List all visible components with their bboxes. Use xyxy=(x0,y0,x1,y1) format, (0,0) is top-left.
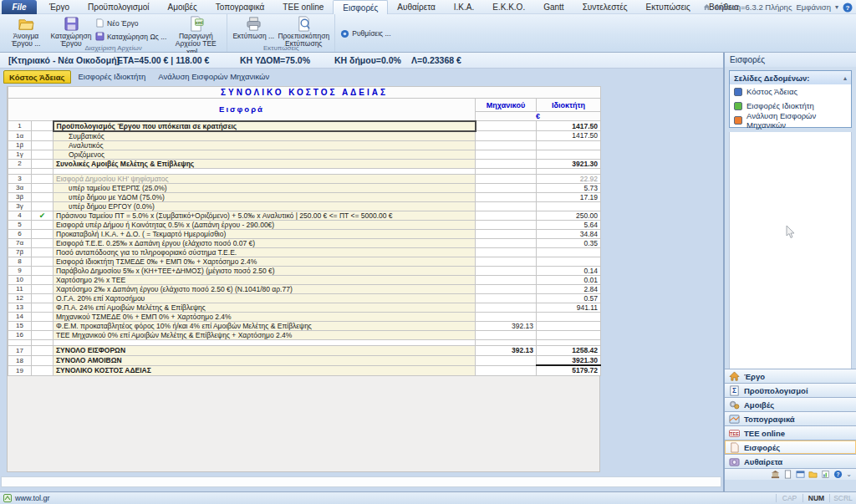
cell-owner[interactable]: 0.35 xyxy=(537,238,601,247)
page-item-kostos-adeias[interactable]: Κόστος Άδειας xyxy=(730,84,851,99)
cell-lbl[interactable]: ΣΥΝΟΛΟ ΑΜΟΙΒΩΝ xyxy=(54,355,476,365)
cell-mech[interactable] xyxy=(476,229,537,238)
chevron-down-icon[interactable]: ▾ xyxy=(835,3,838,11)
cell-lbl[interactable]: Οριζόμενος xyxy=(54,150,476,159)
ribbon-tab-topografika[interactable]: Τοπογραφικά xyxy=(206,0,274,14)
cell-mech[interactable] xyxy=(476,220,537,229)
cell-owner[interactable]: 0.57 xyxy=(537,293,601,303)
cell-lbl[interactable]: Χαρτόσημο 2‰ x Δαπάνη έργου (ελάχιστο πο… xyxy=(54,284,476,293)
page-item-analysi-eisforon[interactable]: Ανάλυση Εισφορών Μηχανικών xyxy=(730,113,851,127)
cell-mech[interactable] xyxy=(476,168,537,174)
cell-mech[interactable]: 392.13 xyxy=(476,321,537,330)
cell-owner[interactable] xyxy=(537,201,601,211)
cell-mech[interactable] xyxy=(476,293,537,303)
cell-owner[interactable]: 2.84 xyxy=(537,284,601,293)
cell-lbl[interactable]: Αναλυτικός xyxy=(54,140,476,150)
cell-lbl[interactable]: Συνολικές Αμοιβές Μελέτης & Επίβλεψης xyxy=(54,159,476,168)
cell-lbl[interactable]: Χαρτόσημο 2% x ΤΕΕ xyxy=(54,275,476,284)
cell-lbl[interactable]: Φ.Ε.Μ. προκαταβλητέος φόρος 10% ή/και 4%… xyxy=(54,321,476,330)
cell-lbl[interactable]: ΣΥΝΟΛΙΚΟ ΚΟΣΤΟΣ ΑΔΕΙΑΣ xyxy=(54,365,476,375)
cell-mech[interactable] xyxy=(476,121,537,131)
chart-icon[interactable] xyxy=(821,470,830,479)
cell-mech[interactable] xyxy=(476,140,537,150)
help-globe-icon[interactable]: ? xyxy=(833,470,843,479)
cell-owner[interactable]: 17.19 xyxy=(537,192,601,201)
save-project-button[interactable]: Καταχώρηση Έργου xyxy=(50,16,92,48)
display-menu[interactable]: Εμφάνιση xyxy=(797,3,831,12)
cell-mech[interactable] xyxy=(476,257,537,266)
ribbon-tab-ergo[interactable]: Έργο xyxy=(40,0,79,14)
ribbon-tab-eisfores[interactable]: Εισφορές xyxy=(333,0,388,14)
cell-lbl[interactable]: Πράσινου Ταμείου ΠΤ = 5.0% x (Συμβατικό+… xyxy=(54,211,476,220)
cell-lbl[interactable] xyxy=(54,168,476,174)
cell-mech[interactable] xyxy=(476,159,537,168)
tab-analysi-eisforon[interactable]: Ανάλυση Εισφορών Μηχανικών xyxy=(153,70,274,84)
overflow-chevron-icon[interactable]: ⌄ xyxy=(846,471,852,478)
nav-item-proypologismoi[interactable]: Σ Προϋπολογισμοί xyxy=(725,383,856,397)
nav-item-ergo[interactable]: Έργο xyxy=(725,369,856,383)
cell-mech[interactable] xyxy=(476,238,537,247)
cell-owner[interactable]: 3921.30 xyxy=(537,159,601,168)
new-project-button[interactable]: Νέο Έργο xyxy=(95,18,166,28)
cell-lbl[interactable]: Εισφορά υπέρ Δήμου ή Κοινότητας 0.5% x (… xyxy=(54,220,476,229)
nav-item-amoives[interactable]: Αμοιβές xyxy=(725,397,856,411)
cell-owner[interactable] xyxy=(537,339,601,345)
open-project-button[interactable]: Άνοιγμα Έργου ... xyxy=(5,16,47,48)
cell-owner[interactable] xyxy=(537,168,601,174)
cell-owner[interactable]: 250.00 xyxy=(537,211,601,220)
print-button[interactable]: Εκτύπωση ... xyxy=(232,16,274,40)
cell-mech[interactable] xyxy=(476,247,537,257)
settings-button[interactable]: Ρυθμίσεις ... xyxy=(340,29,390,38)
nav-item-topografika[interactable]: Τοπογραφικά xyxy=(725,411,856,425)
cell-lbl[interactable]: υπέρ δήμου με ΥΔΟΜ (75.0%) xyxy=(54,192,476,201)
tab-eisfores-idioktiti[interactable]: Εισφορές Ιδιοκτήτη xyxy=(74,70,151,84)
cell-lbl[interactable]: υπέρ δήμου ΕΡΓΟΥ (0.0%) xyxy=(54,201,476,211)
cell-lbl[interactable]: Φ.Π.Α. 24% επί Αμοιβών Μελέτης & Επίβλεψ… xyxy=(54,303,476,312)
cell-mech[interactable] xyxy=(476,355,537,365)
cell-owner[interactable]: 1417.50 xyxy=(537,121,601,131)
cell-mech[interactable] xyxy=(476,201,537,211)
report-icon[interactable] xyxy=(783,470,792,479)
horizontal-scrollbar[interactable] xyxy=(1,476,721,487)
cell-lbl[interactable]: Προϋπολογισμός Έργου που υπόκειται σε κρ… xyxy=(54,121,476,131)
cell-owner[interactable] xyxy=(537,312,601,321)
cell-lbl[interactable]: ΤΕΕ Μηχανικού 0% επί Αμοιβών Μελέτης & Ε… xyxy=(54,330,476,339)
cell-owner[interactable] xyxy=(537,321,601,330)
cell-lbl[interactable]: Προκαταβολή Ι.Κ.Α. + Δ.Ο. ( = Τεκμαρτό Η… xyxy=(54,229,476,238)
cell-lbl[interactable]: Ο.Γ.Α. 20% επί Χαρτοσήμου xyxy=(54,293,476,303)
cell-mech[interactable] xyxy=(476,192,537,201)
cell-mech[interactable] xyxy=(476,131,537,141)
nav-item-eisfores[interactable]: Εισφορές xyxy=(725,440,856,454)
ribbon-tab-ektyposeis[interactable]: Εκτυπώσεις xyxy=(637,0,700,14)
cell-mech[interactable] xyxy=(476,150,537,159)
website-link[interactable]: www.tol.gr xyxy=(15,494,50,502)
cell-owner[interactable]: 5.64 xyxy=(537,220,601,229)
window-icon[interactable] xyxy=(796,470,805,479)
ribbon-tab-syntelestes[interactable]: Συντελεστές xyxy=(573,0,637,14)
cell-mech[interactable] xyxy=(476,303,537,312)
collapse-panel-icon[interactable]: ▴ xyxy=(843,74,847,82)
bank-icon[interactable] xyxy=(771,470,780,479)
cell-mech[interactable] xyxy=(476,275,537,284)
cell-owner[interactable] xyxy=(537,140,601,150)
cell-lbl[interactable]: Εισφορά Τ.Ε.Ε. 0.25‰ x Δαπάνη έργου (ελά… xyxy=(54,238,476,247)
cell-mech[interactable] xyxy=(476,365,537,375)
ribbon-tab-amoives[interactable]: Αμοιβές xyxy=(159,0,206,14)
nav-item-afthaireta[interactable]: Αυθαίρετα xyxy=(725,454,856,468)
save-as-button[interactable]: Καταχώρηση Ως ... xyxy=(95,32,166,41)
cell-mech[interactable] xyxy=(476,266,537,275)
ribbon-tab-tee-online[interactable]: TEE online xyxy=(273,0,333,14)
file-menu-button[interactable]: File xyxy=(2,0,37,14)
cell-owner[interactable]: 941.11 xyxy=(537,303,601,312)
cell-owner[interactable]: 22.92 xyxy=(537,174,601,183)
cell-owner[interactable]: 1417.50 xyxy=(537,131,601,141)
cell-lbl[interactable]: ΣΥΝΟΛΟ ΕΙΣΦΟΡΩΝ xyxy=(54,345,476,355)
cell-owner[interactable]: 0.01 xyxy=(537,275,601,284)
ribbon-tab-proypologismoi[interactable]: Προϋπολογισμοί xyxy=(79,0,158,14)
cell-lbl[interactable] xyxy=(54,339,476,345)
cell-owner[interactable] xyxy=(537,247,601,257)
cell-owner[interactable]: 3921.30 xyxy=(537,355,601,365)
nav-item-tee-online[interactable]: TEE TEE online xyxy=(725,425,856,440)
cell-lbl[interactable]: Εισφορά Δημοσίου ΚΗ' ψηφίσματος xyxy=(54,174,476,183)
cell-lbl[interactable]: Συμβατικός xyxy=(54,131,476,141)
